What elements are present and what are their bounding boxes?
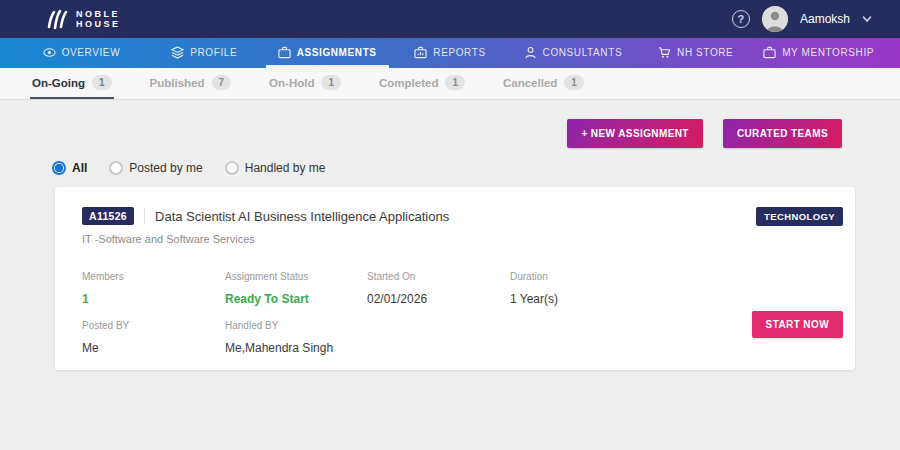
field-value: 1 [82,292,225,306]
tab-cancelled[interactable]: Cancelled 1 [501,68,586,99]
nav-item-consultants[interactable]: CONSULTANTS [511,38,634,68]
field-value: Ready To Start [225,292,367,306]
briefcase-icon [278,46,291,59]
new-assignment-button[interactable]: + NEW ASSIGNMENT [567,119,702,148]
card-header: A11526 Data Scientist AI Business Intell… [82,207,843,225]
tab-count-badge: 1 [92,75,112,90]
field-label: Posted BY [82,320,225,331]
tab-published[interactable]: Published 7 [148,68,234,99]
eye-icon [43,46,56,59]
radio-label: All [72,161,87,175]
avatar[interactable] [762,6,788,32]
field-label: Started On [367,271,510,282]
tab-on-going[interactable]: On-Going 1 [30,68,114,99]
tab-count-badge: 1 [564,75,584,90]
tab-on-hold[interactable]: On-Hold 1 [267,68,343,99]
field-members: Members 1 [82,271,225,306]
nav-item-reports[interactable]: REPORTS [389,38,512,68]
nav-item-assignments[interactable]: ASSIGNMENTS [266,38,389,68]
logo-strokes-icon [45,7,71,31]
main-content: + NEW ASSIGNMENT CURATED TEAMS All Poste… [0,100,900,450]
briefcase-icon [763,46,776,59]
radio-all[interactable]: All [52,161,87,175]
field-value: Me,Mahendra Singh [225,341,843,355]
field-started-on: Started On 02/01/2026 [367,271,510,306]
nav-label: NH STORE [677,47,733,58]
tab-label: On-Going [32,77,85,89]
radio-icon [52,161,66,175]
radio-label: Posted by me [129,161,202,175]
actions-row: + NEW ASSIGNMENT CURATED TEAMS [0,100,900,148]
tab-count-badge: 1 [321,75,341,90]
top-bar: NOBLE HOUSE ? Aamoksh [0,0,900,38]
nav-item-nh-store[interactable]: NH STORE [634,38,757,68]
user-name[interactable]: Aamoksh [800,12,850,26]
industry-badge: TECHNOLOGY [756,207,843,226]
nav-label: PROFILE [190,47,237,58]
field-posted-by: Posted BY Me [82,320,225,355]
field-label: Handled BY [225,320,843,331]
tab-label: Cancelled [503,77,557,89]
field-value: 02/01/2026 [367,292,510,306]
chevron-down-icon[interactable] [862,14,872,24]
tab-count-badge: 1 [445,75,465,90]
radio-label: Handled by me [245,161,326,175]
radio-icon [109,161,123,175]
nav-item-profile[interactable]: PROFILE [143,38,266,68]
nav-item-my-mentorship[interactable]: MY MENTORSHIP [757,38,880,68]
assignment-card: A11526 Data Scientist AI Business Intell… [55,187,855,370]
field-label: Duration [510,271,843,282]
start-now-button[interactable]: START NOW [752,311,843,338]
divider [144,208,145,224]
app-window: NOBLE HOUSE ? Aamoksh [0,0,900,450]
tab-completed[interactable]: Completed 1 [377,68,467,99]
field-duration: Duration 1 Year(s) [510,271,843,306]
tab-label: On-Hold [269,77,314,89]
field-value: Me [82,341,225,355]
tab-count-badge: 7 [212,75,232,90]
radio-handled-by-me[interactable]: Handled by me [225,161,326,175]
person-silhouette-icon [762,6,788,32]
nav-label: OVERVIEW [62,47,121,58]
filter-radios: All Posted by me Handled by me [52,161,900,175]
nav-label: ASSIGNMENTS [297,47,377,58]
field-handled-by: Handled BY Me,Mahendra Singh [225,320,843,355]
tab-label: Published [150,77,205,89]
nav-item-overview[interactable]: OVERVIEW [20,38,143,68]
noble-house-logo[interactable]: NOBLE HOUSE [45,7,121,31]
nav-label: MY MENTORSHIP [782,47,874,58]
nav-label: CONSULTANTS [543,47,623,58]
layers-icon [171,46,184,59]
help-icon[interactable]: ? [732,10,750,28]
topbar-right: ? Aamoksh [732,6,872,32]
cart-icon [658,46,671,59]
assignment-title[interactable]: Data Scientist AI Business Intelligence … [155,209,449,224]
curated-teams-button[interactable]: CURATED TEAMS [723,119,842,148]
nav-label: REPORTS [433,47,485,58]
fields-row-1: Members 1 Assignment Status Ready To Sta… [82,271,843,306]
tab-label: Completed [379,77,438,89]
assignment-category: IT -Software and Software Services [82,233,843,245]
field-label: Members [82,271,225,282]
person-icon [524,46,537,59]
field-assignment-status: Assignment Status Ready To Start [225,271,367,306]
radio-icon [225,161,239,175]
field-label: Assignment Status [225,271,367,282]
assignment-id-badge: A11526 [82,207,134,225]
radio-posted-by-me[interactable]: Posted by me [109,161,202,175]
fields-row-2: Posted BY Me Handled BY Me,Mahendra Sing… [82,320,843,355]
briefcase-chart-icon [414,46,427,59]
field-value: 1 Year(s) [510,292,843,306]
main-nav: OVERVIEW PROFILE ASSIGNMENTS REPORTS [0,38,900,68]
status-tabs: On-Going 1 Published 7 On-Hold 1 Complet… [0,68,900,100]
logo-text: NOBLE HOUSE [76,9,121,30]
